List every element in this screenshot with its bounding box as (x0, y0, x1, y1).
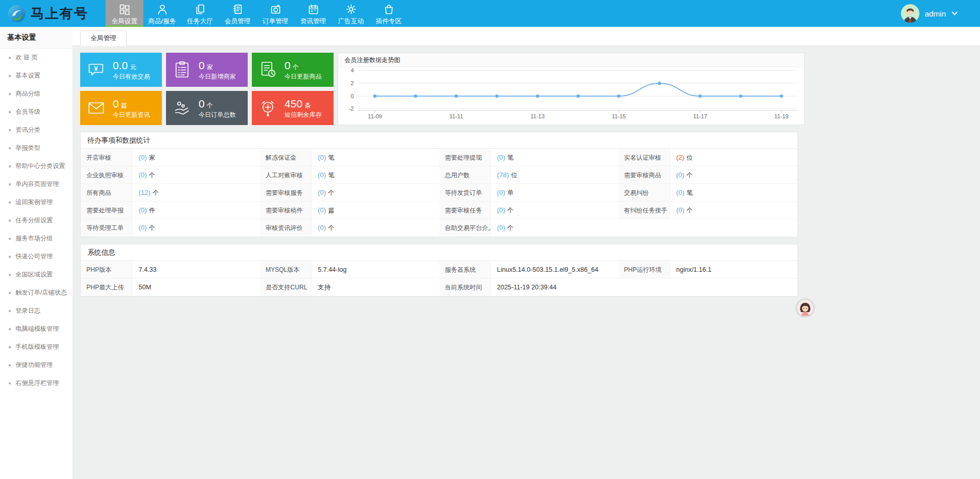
bullet-square-icon (9, 129, 11, 131)
stat-label: 需要审核服务 (260, 184, 312, 201)
sidebar-item[interactable]: 便捷功能管理 (0, 356, 72, 374)
sidebar-item[interactable]: 登录日志 (0, 302, 72, 320)
table-cell-pair: 需要审核服务(0)个 (260, 184, 440, 201)
stat-count-link[interactable]: (0) (497, 153, 505, 161)
stat-count-link[interactable]: (0) (318, 206, 326, 214)
table-cell-pair: 所有商品(12)个 (81, 184, 260, 201)
sidebar-item[interactable]: 快递公司管理 (0, 248, 72, 266)
stat-card-今日订单总数[interactable]: 0个今日订单总数 (166, 91, 248, 125)
sidebar-item[interactable]: 服务市场分组 (0, 229, 72, 248)
stat-card-今日新增商家[interactable]: 0家今日新增商家 (166, 53, 248, 87)
stat-label: 需要审核稿件 (260, 202, 312, 219)
stat-count-link[interactable]: (2) (676, 153, 685, 161)
nav-item-label: 插件专区 (370, 17, 408, 26)
brand[interactable]: 马上有号 (0, 0, 105, 27)
sidebar: 基本设置 欢 迎 页基本设置商品分组会员等级资讯分类举报类型帮助中心分类设置单内… (0, 27, 72, 479)
sidebar-item[interactable]: 欢 迎 页 (0, 49, 72, 67)
nav-item-会员管理[interactable]: 会员管理 (219, 0, 257, 27)
stat-count-link[interactable]: (0) (676, 206, 685, 214)
bullet-square-icon (9, 310, 11, 312)
bullet-square-icon (9, 364, 11, 366)
sidebar-item[interactable]: 举报类型 (0, 139, 72, 157)
nav-item-插件专区[interactable]: 插件专区 (370, 0, 408, 27)
sidebar-item[interactable]: 单内容页面管理 (0, 175, 72, 193)
stat-label: 是否支持CURL (260, 279, 312, 296)
stat-count-link[interactable]: (0) (139, 206, 147, 214)
admin-avatar[interactable] (901, 4, 919, 23)
stat-label: 需要审核任务 (439, 202, 491, 219)
stat-count-link[interactable]: (0) (139, 224, 147, 231)
stat-value: nginx/1.16.1 (670, 261, 798, 278)
stat-card-今日更新资讯[interactable]: 0篇今日更新资讯 (80, 91, 162, 125)
sidebar-item[interactable]: 右侧悬浮栏管理 (0, 374, 72, 392)
stat-value: (0)件 (132, 202, 260, 219)
sidebar-item[interactable]: 商品分组 (0, 85, 72, 103)
table-cell-pair (619, 219, 798, 237)
stat-card-unit: 元 (130, 64, 136, 71)
tab-global-management[interactable]: 全局管理 (80, 30, 127, 46)
table-cell-pair: 需要审核任务(0)个 (439, 202, 619, 219)
stat-unit: 笔 (507, 154, 514, 161)
table-cell-pair: 开店审核(0)家 (81, 149, 260, 166)
nav-item-商品-服务[interactable]: 商品/服务 (143, 0, 181, 27)
stat-card-text: 0家今日新增商家 (199, 58, 236, 81)
stat-label: 需要处理提现 (439, 149, 491, 166)
stat-count-link[interactable]: (0) (318, 171, 326, 179)
stat-count-link[interactable]: (0) (318, 153, 326, 161)
stat-card-短信剩余库存[interactable]: 450条短信剩余库存 (252, 91, 334, 125)
stat-card-label: 短信剩余库存 (284, 111, 322, 119)
svg-text:11-11: 11-11 (449, 113, 463, 119)
sidebar-item[interactable]: 触发订单/店铺状态 (0, 284, 72, 302)
sidebar-item[interactable]: 追回案例管理 (0, 193, 72, 211)
sidebar-item[interactable]: 帮助中心分类设置 (0, 157, 72, 175)
nav-item-label: 订单管理 (257, 17, 294, 26)
sidebar-item[interactable]: 电脑端模板管理 (0, 320, 72, 338)
svg-text:11-13: 11-13 (531, 113, 545, 119)
nav-item-任务大厅[interactable]: 任务大厅 (181, 0, 219, 27)
table-cell-pair: PHP最大上传50M (81, 279, 260, 296)
sidebar-item[interactable]: 全国区域设置 (0, 266, 72, 284)
stat-count-link[interactable]: (0) (497, 224, 505, 231)
stat-unit: 个 (507, 207, 514, 214)
service-assistant-avatar[interactable] (797, 300, 813, 316)
nav-item-资讯管理[interactable]: 资讯管理 (294, 0, 332, 27)
stat-count-link[interactable]: (78) (497, 171, 509, 179)
sidebar-item[interactable]: 基本设置 (0, 67, 72, 85)
nav-item-label: 商品/服务 (143, 17, 181, 26)
table-row: 等待受理工单(0)个审核资讯评价(0)个自助交易平台介入(0)个 (81, 219, 797, 237)
sidebar-item-label: 电脑端模板管理 (16, 325, 59, 333)
stat-label: PHP版本 (81, 261, 132, 278)
stat-count-link[interactable]: (0) (139, 153, 147, 161)
stat-card-unit: 篇 (121, 102, 127, 109)
stat-count-link[interactable]: (0) (676, 171, 685, 179)
stat-count-link[interactable]: (0) (497, 189, 505, 196)
sidebar-item-label: 触发订单/店铺状态 (16, 288, 67, 297)
chevron-down-icon[interactable] (951, 11, 958, 16)
stat-count-link[interactable]: (0) (676, 189, 685, 196)
stat-count-link[interactable]: (12) (139, 189, 150, 196)
stat-count-link[interactable]: (0) (318, 189, 326, 196)
stat-label: 需要审核商品 (619, 166, 670, 183)
stat-card-今日有效交易[interactable]: ¥0.0元今日有效交易 (80, 53, 162, 87)
nav-item-label: 全局设置 (105, 17, 143, 26)
nav-item-广告互动[interactable]: 广告互动 (332, 0, 370, 27)
stat-count-link[interactable]: (0) (318, 224, 326, 231)
stat-count-link[interactable]: (0) (497, 206, 505, 214)
svg-text:11-09: 11-09 (368, 113, 382, 119)
sidebar-item[interactable]: 会员等级 (0, 103, 72, 121)
stat-count-link[interactable]: (0) (139, 171, 147, 179)
sidebar-item[interactable]: 资讯分类 (0, 121, 72, 139)
sidebar-item[interactable]: 任务分组设置 (0, 211, 72, 229)
stat-value: (0)个 (670, 166, 798, 183)
nav-item-全局设置[interactable]: 全局设置 (105, 0, 143, 27)
table-cell-pair: 企业执照审核(0)个 (81, 166, 260, 183)
stat-unit: 笔 (328, 154, 334, 161)
stat-card-text: 450条短信剩余库存 (284, 97, 322, 119)
stat-unit: 个 (149, 224, 155, 231)
table-row: PHP最大上传50M是否支持CURL支持当前系统时间2025-11-19 20:… (81, 279, 797, 296)
nav-item-订单管理[interactable]: 订单管理 (257, 0, 294, 27)
sidebar-item[interactable]: 手机版模板管理 (0, 338, 72, 356)
stat-card-今日更新商品[interactable]: 0个今日更新商品 (252, 53, 334, 87)
stat-label: 企业执照审核 (81, 166, 132, 183)
content-area: ¥0.0元今日有效交易0家今日新增商家0个今日更新商品0篇今日更新资讯0个今日订… (72, 46, 798, 297)
